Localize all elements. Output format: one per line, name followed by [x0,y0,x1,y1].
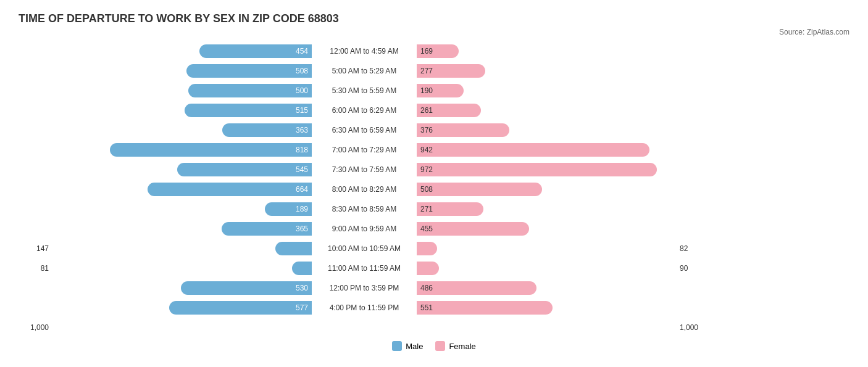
time-label: 12:00 PM to 3:59 PM [312,284,417,292]
female-value: 90 [676,264,710,273]
table-row: 6648:00 AM to 8:29 AM508 [19,181,849,198]
male-bar-container: 365 [52,222,312,236]
axis-right-label: 1,000 [676,323,710,332]
table-row: 5085:00 AM to 5:29 AM277 [19,62,849,80]
female-bar-container: 942 [417,143,676,157]
female-bar: 277 [417,64,485,78]
male-value: 81 [19,264,52,273]
male-bar-container: 545 [52,163,312,176]
male-bar: 454 [199,44,312,58]
female-value: 82 [676,244,710,253]
female-bar-container: 271 [417,202,676,216]
time-label: 8:00 AM to 8:29 AM [312,185,417,194]
table-row: 5005:30 AM to 5:59 AM190 [19,82,849,99]
female-bar-container: 972 [417,163,676,176]
female-bar-container: 190 [417,84,676,97]
female-bar-container: 486 [417,281,676,295]
female-bar-container [417,242,676,255]
source-label: Source: ZipAtlas.com [19,28,849,36]
female-bar-container: 261 [417,104,676,117]
time-label: 11:00 AM to 11:59 AM [312,264,417,273]
male-bar [292,262,312,275]
female-bar: 508 [417,183,542,196]
female-bar: 271 [417,202,483,216]
female-bar-container: 169 [417,44,676,58]
time-label: 8:30 AM to 8:59 AM [312,205,417,213]
female-bar-container: 455 [417,222,676,236]
male-bar-container: 363 [52,123,312,137]
male-bar-container [52,242,312,255]
male-bar-container: 454 [52,44,312,58]
legend-male: Male [392,341,423,351]
axis-left-label: 1,000 [19,323,52,332]
table-row: 8187:00 AM to 7:29 AM942 [19,141,849,159]
table-row: 5774:00 PM to 11:59 PM551 [19,299,849,316]
female-bar-container: 376 [417,123,676,137]
female-bar [417,242,437,255]
time-label: 9:00 AM to 9:59 AM [312,225,417,233]
female-bar: 942 [417,143,649,157]
table-row: 8111:00 AM to 11:59 AM90 [19,260,849,277]
legend-male-color [392,341,402,351]
male-bar [275,242,312,255]
male-bar-container: 577 [52,301,312,315]
female-bar [417,262,439,275]
male-bar-container: 818 [52,143,312,157]
female-bar: 455 [417,222,529,236]
female-bar: 486 [417,281,536,295]
axis-row: 1,0001,000 [19,319,849,336]
time-label: 7:00 AM to 7:29 AM [312,146,417,154]
male-value: 147 [19,244,52,253]
table-row: 45412:00 AM to 4:59 AM169 [19,43,849,60]
table-row: 14710:00 AM to 10:59 AM82 [19,240,849,257]
male-bar: 500 [188,84,312,97]
male-bar: 189 [265,202,312,216]
female-bar: 972 [417,163,657,176]
chart-title: TIME OF DEPARTURE TO WORK BY SEX IN ZIP … [19,12,849,25]
male-bar-container: 500 [52,84,312,97]
male-bar: 508 [186,64,312,78]
male-bar: 515 [185,104,312,117]
male-bar: 577 [169,301,312,315]
male-bar: 545 [177,163,312,176]
time-label: 6:30 AM to 6:59 AM [312,126,417,134]
male-bar-container: 189 [52,202,312,216]
male-bar-container: 664 [52,183,312,196]
time-label: 6:00 AM to 6:29 AM [312,106,417,115]
legend-female-color [435,341,445,351]
female-bar: 190 [417,84,464,97]
male-bar: 818 [110,143,312,157]
male-bar: 365 [222,222,312,236]
time-label: 10:00 AM to 10:59 AM [312,244,417,253]
legend-female: Female [435,341,475,351]
male-bar-container: 530 [52,281,312,295]
table-row: 5457:30 AM to 7:59 AM972 [19,161,849,178]
time-label: 12:00 AM to 4:59 AM [312,47,417,56]
male-bar: 664 [148,183,312,196]
female-bar-container: 551 [417,301,676,315]
chart-area: 45412:00 AM to 4:59 AM1695085:00 AM to 5… [19,43,849,336]
table-row: 1898:30 AM to 8:59 AM271 [19,200,849,218]
female-bar: 169 [417,44,459,58]
time-label: 4:00 PM to 11:59 PM [312,303,417,312]
time-label: 7:30 AM to 7:59 AM [312,165,417,174]
male-bar: 363 [222,123,312,137]
female-bar-container: 508 [417,183,676,196]
table-row: 3636:30 AM to 6:59 AM376 [19,122,849,139]
female-bar: 551 [417,301,553,315]
legend-male-label: Male [406,342,423,351]
female-bar-container [417,262,676,275]
legend: Male Female [19,341,849,351]
time-label: 5:00 AM to 5:29 AM [312,67,417,75]
male-bar: 530 [181,281,312,295]
female-bar-container: 277 [417,64,676,78]
male-bar-container: 515 [52,104,312,117]
time-label: 5:30 AM to 5:59 AM [312,86,417,95]
table-row: 53012:00 PM to 3:59 PM486 [19,279,849,297]
male-bar-container [52,262,312,275]
female-bar: 376 [417,123,509,137]
table-row: 3659:00 AM to 9:59 AM455 [19,220,849,237]
table-row: 5156:00 AM to 6:29 AM261 [19,102,849,119]
legend-female-label: Female [449,342,475,351]
female-bar: 261 [417,104,481,117]
